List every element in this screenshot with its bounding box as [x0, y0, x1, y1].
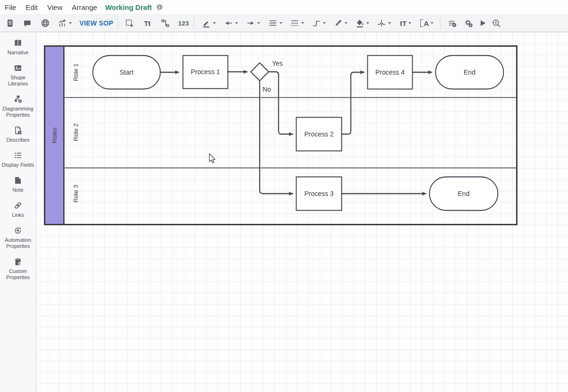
node-process-1[interactable]: Process 1	[183, 56, 228, 89]
sidebar-item-automation-properties[interactable]: Automation Properties	[0, 226, 36, 249]
sidebar-item-narrative[interactable]: Narrative	[0, 38, 36, 56]
svg-text:End: End	[458, 190, 470, 197]
numbers-tool-button[interactable]: 123	[176, 15, 192, 32]
comment-button[interactable]	[20, 15, 34, 32]
fill-color-button[interactable]	[352, 15, 373, 32]
chart-tool-button[interactable]	[54, 15, 75, 32]
link-icon	[13, 201, 23, 210]
automation-settings-button[interactable]	[461, 15, 476, 32]
data-run-button[interactable]	[445, 15, 460, 32]
line-color-icon	[202, 18, 211, 28]
connector-shape-icon	[312, 18, 321, 28]
connector-tool-button[interactable]	[158, 15, 173, 32]
chevron-down-icon	[213, 22, 216, 24]
diagram-canvas[interactable]: Roles Role 1 Role 2 Role 3 Yes No Start	[36, 32, 568, 392]
arrow-end-button[interactable]	[243, 15, 263, 32]
lane-label-role-1[interactable]: Role 1	[72, 63, 79, 81]
text-style-button[interactable]: A	[416, 15, 438, 32]
sidebar-item-display-fields[interactable]: Display Fields	[0, 151, 36, 168]
chevron-down-icon	[366, 22, 369, 24]
chevron-down-icon	[69, 22, 72, 24]
document-status[interactable]: Working Draft	[105, 3, 152, 11]
sidebar-item-describes[interactable]: Describes	[0, 126, 36, 143]
mouse-cursor	[210, 154, 215, 163]
svg-text:End: End	[464, 68, 475, 76]
menu-file[interactable]: File	[5, 3, 16, 11]
font-size-button[interactable]: tT	[395, 15, 416, 32]
paintbrush-button[interactable]	[330, 15, 351, 32]
sidebar-item-links[interactable]: Links	[0, 201, 36, 218]
document-button[interactable]	[3, 15, 17, 32]
comment-icon	[23, 18, 32, 28]
text-tool-button[interactable]: Tt	[140, 15, 155, 32]
fill-color-icon	[355, 18, 365, 28]
line-weight-icon	[268, 18, 278, 28]
sidebar-item-shape-libraries[interactable]: Shape Libraries	[0, 63, 36, 87]
text-icon: Tt	[144, 19, 151, 27]
svg-text:Process 4: Process 4	[375, 68, 405, 76]
numbers-icon: 123	[178, 20, 189, 27]
chevron-down-icon	[280, 22, 282, 24]
node-end-2[interactable]: End	[430, 177, 498, 211]
sidebar-item-note[interactable]: Note	[0, 176, 36, 193]
marquee-select-button[interactable]	[122, 15, 137, 32]
line-jump-button[interactable]	[373, 15, 394, 32]
play-icon	[478, 18, 487, 28]
arrow-start-icon	[224, 18, 233, 28]
toolbar-divider	[440, 17, 441, 29]
automation-settings-icon	[464, 18, 473, 28]
edge-label-yes[interactable]: Yes	[272, 60, 283, 67]
node-end-1[interactable]: End	[436, 56, 504, 89]
chevron-down-icon	[408, 22, 411, 24]
arrow-start-button[interactable]	[220, 15, 241, 32]
chevron-down-icon	[235, 22, 238, 24]
automation-gear-icon	[13, 226, 23, 235]
svg-text:Start: Start	[119, 68, 134, 76]
sidebar-item-custom-properties[interactable]: Custom Properties	[0, 257, 36, 281]
data-run-icon	[448, 18, 457, 28]
edge-process2-process4[interactable]	[342, 72, 365, 134]
zoom-search-icon	[492, 18, 501, 28]
menu-bar: File Edit View Arrange Working Draft	[0, 0, 568, 14]
view-sop-button[interactable]: VIEW SOP	[76, 15, 117, 32]
chevron-down-icon	[257, 22, 260, 24]
line-weight-button[interactable]	[265, 15, 286, 32]
edge-label-no[interactable]: No	[263, 85, 271, 93]
document-info-icon	[13, 126, 23, 135]
menu-arrange[interactable]: Arrange	[72, 3, 97, 11]
zoom-search-button[interactable]	[489, 15, 503, 32]
globe-button[interactable]	[38, 15, 52, 32]
menu-view[interactable]: View	[47, 3, 62, 11]
info-icon[interactable]	[156, 3, 163, 11]
pool-title[interactable]: Roles	[51, 127, 58, 143]
toolbar-divider	[118, 17, 118, 29]
line-style-button[interactable]	[287, 15, 307, 32]
edge-decision-process2[interactable]	[269, 72, 293, 134]
node-process-4[interactable]: Process 4	[368, 56, 413, 89]
clipboard-gear-icon	[13, 257, 23, 266]
arrow-end-icon	[246, 18, 255, 28]
menu-edit[interactable]: Edit	[25, 3, 38, 11]
toolbar: VIEW SOP Tt 123	[0, 14, 568, 32]
node-decision[interactable]	[251, 63, 269, 81]
globe-icon	[41, 18, 50, 28]
list-icon	[13, 151, 23, 160]
lane-label-role-3[interactable]: Role 3	[72, 185, 79, 203]
flowchart-gear-icon	[13, 94, 23, 104]
chevron-down-icon	[323, 22, 326, 24]
line-color-button[interactable]	[198, 15, 219, 32]
bracket-icon	[420, 19, 423, 27]
sidebar-item-diagramming-properties[interactable]: Diagramming Properties	[0, 94, 36, 118]
marquee-select-icon	[125, 18, 134, 28]
node-process-2[interactable]: Process 2	[297, 118, 342, 151]
lane-label-role-2[interactable]: Role 2	[72, 123, 79, 141]
node-start[interactable]: Start	[93, 56, 161, 89]
play-button[interactable]	[476, 15, 489, 32]
left-sidebar: Narrative Shape Libraries Diagramming Pr…	[0, 32, 36, 392]
svg-text:Process 1: Process 1	[191, 68, 220, 76]
svg-text:Process 3: Process 3	[304, 190, 333, 197]
connector-shape-button[interactable]	[308, 15, 329, 32]
chevron-down-icon	[388, 22, 391, 24]
node-process-3[interactable]: Process 3	[297, 177, 342, 211]
document-icon	[5, 18, 15, 28]
